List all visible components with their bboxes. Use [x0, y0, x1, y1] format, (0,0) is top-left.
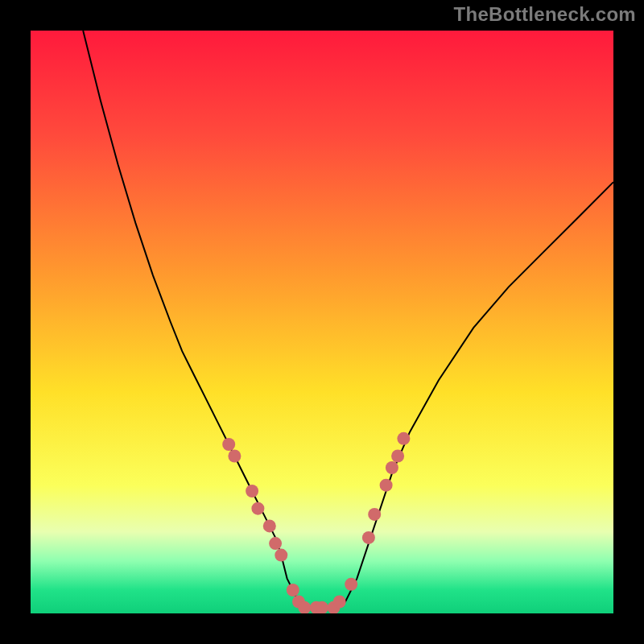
highlight-dot	[263, 519, 276, 532]
chart-stage: TheBottleneck.com	[0, 0, 644, 644]
highlight-dot	[333, 596, 346, 609]
highlight-dot	[380, 479, 393, 492]
highlight-dot	[287, 584, 299, 597]
highlight-dot	[251, 502, 264, 515]
highlight-dot	[222, 438, 235, 451]
highlight-dot	[275, 549, 287, 562]
highlight-dot	[391, 450, 404, 463]
plot-background	[31, 31, 613, 613]
watermark-text: TheBottleneck.com	[454, 3, 636, 26]
highlight-dot	[362, 531, 375, 544]
bottleneck-chart	[31, 31, 613, 613]
highlight-dot	[368, 508, 381, 521]
highlight-dot	[246, 485, 258, 497]
highlight-dot	[397, 432, 410, 445]
highlight-dot	[386, 461, 398, 474]
highlight-dot	[345, 578, 357, 591]
highlight-dot	[228, 450, 241, 463]
highlight-dot	[269, 537, 282, 550]
